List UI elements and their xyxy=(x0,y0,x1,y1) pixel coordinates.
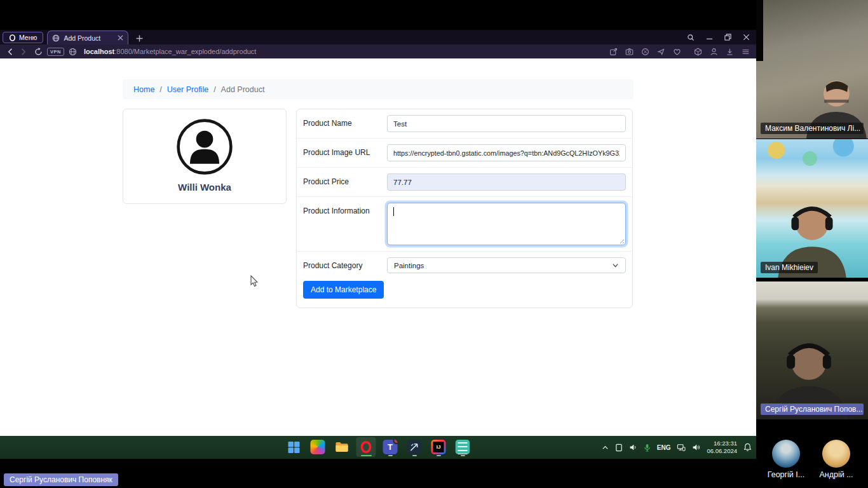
url-host: localhost xyxy=(84,48,114,55)
tray-device-icon[interactable] xyxy=(615,444,623,452)
breadcrumb-separator: / xyxy=(214,85,215,94)
tray-time: 16:23:31 xyxy=(707,440,737,447)
tray-network-icon[interactable] xyxy=(677,444,686,451)
tray-microphone-icon[interactable] xyxy=(644,444,651,452)
notepad-icon xyxy=(456,440,470,454)
audio-participants: Георгій І... Андрій ... xyxy=(756,419,868,488)
add-product-form: Product Name Product Image URL xyxy=(296,109,633,308)
start-button[interactable] xyxy=(284,437,304,457)
url-text[interactable]: localhost:8080/Marketplace_war_exploded/… xyxy=(84,48,257,55)
product-information-label: Product Information xyxy=(303,203,387,245)
participant-name-label-speaking: Сергій Русланович Попов... xyxy=(761,403,864,415)
text-caret xyxy=(393,207,394,216)
send-to-device-icon[interactable] xyxy=(657,48,665,56)
globe-favicon-icon xyxy=(52,34,60,42)
back-icon[interactable] xyxy=(6,48,15,56)
breadcrumb-current: Add Product xyxy=(221,85,265,94)
meeting-sidebar: Максим Валентинович Лі... Ivan Mikhieiev… xyxy=(756,0,868,488)
video-tile-2[interactable]: Ivan Mikhieiev xyxy=(756,139,868,278)
video-edge xyxy=(756,0,763,61)
close-window-icon[interactable] xyxy=(743,34,750,41)
chevron-down-icon xyxy=(612,262,619,269)
extensions-cube-icon[interactable] xyxy=(694,48,702,56)
tab-title: Add Product xyxy=(64,34,114,42)
downloads-icon[interactable] xyxy=(726,48,734,56)
tray-notification-bell-icon[interactable] xyxy=(743,443,752,452)
user-avatar-icon xyxy=(175,118,234,176)
share-page-icon[interactable] xyxy=(609,48,618,56)
teams-letter: T xyxy=(388,442,393,452)
search-icon[interactable] xyxy=(687,34,695,41)
url-path: :8080/Marketplace_war_exploded/addproduc… xyxy=(114,48,256,55)
product-image-url-label: Product Image URL xyxy=(303,144,387,161)
idea-letters: IJ xyxy=(433,442,444,452)
breadcrumb-home-link[interactable]: Home xyxy=(133,85,154,94)
tray-speaker-icon[interactable] xyxy=(629,444,637,451)
breadcrumb-separator: / xyxy=(159,85,161,94)
product-category-select[interactable]: Paintings xyxy=(387,257,626,273)
tray-chevron-up-icon[interactable] xyxy=(602,444,609,451)
restore-window-icon[interactable] xyxy=(724,34,731,41)
profile-person-icon[interactable] xyxy=(710,48,718,56)
textarea-resize-grip[interactable] xyxy=(618,238,624,243)
browser-tab-strip: Меню Add Product xyxy=(0,30,756,44)
teams-icon: T xyxy=(383,440,398,454)
snapshot-camera-icon[interactable] xyxy=(625,48,634,56)
bookmark-heart-icon[interactable] xyxy=(673,48,681,56)
tab-close-icon[interactable] xyxy=(118,35,123,41)
dev-app-icon xyxy=(407,440,422,454)
opera-icon xyxy=(360,440,373,454)
taskbar-app-colorful[interactable] xyxy=(308,437,328,457)
taskbar-file-explorer[interactable] xyxy=(332,437,352,457)
notification-badge xyxy=(393,440,398,444)
folder-icon xyxy=(335,440,349,454)
reload-icon[interactable] xyxy=(34,48,43,56)
participant-name-label: Ivan Mikhieiev xyxy=(761,262,818,273)
easy-setup-icon[interactable] xyxy=(742,48,750,56)
clock[interactable]: 16:23:31 06.06.2024 xyxy=(707,440,737,456)
minimize-icon[interactable] xyxy=(706,34,713,41)
taskbar-teams[interactable]: T xyxy=(381,437,400,457)
windows-taskbar: T IJ xyxy=(0,436,756,459)
forward-icon[interactable] xyxy=(19,48,27,56)
product-category-label: Product Category xyxy=(303,257,387,273)
presenter-name-label: Сергій Русланович Поповняк xyxy=(4,473,118,486)
new-tab-button[interactable] xyxy=(136,35,143,42)
language-indicator[interactable]: ENG xyxy=(657,444,671,451)
opera-menu-label: Меню xyxy=(19,34,37,41)
web-page: Home / User Profile / Add Product Willi … xyxy=(0,58,756,436)
tray-date: 06.06.2024 xyxy=(707,447,737,455)
video-tile-1[interactable]: Максим Валентинович Лі... xyxy=(756,0,868,139)
audio-participant-name: Андрій ... xyxy=(808,470,865,479)
taskbar-dev-app[interactable] xyxy=(405,437,424,457)
adblock-icon[interactable] xyxy=(641,48,649,56)
taskbar-opera[interactable] xyxy=(356,437,376,457)
vpn-badge[interactable]: VPN xyxy=(47,48,64,56)
add-to-marketplace-button[interactable]: Add to Marketplace xyxy=(303,281,384,299)
site-globe-icon[interactable] xyxy=(69,48,77,56)
video-tile-3[interactable]: Сергій Русланович Попов... xyxy=(756,281,868,419)
opera-logo-icon xyxy=(9,34,16,41)
opera-menu-button[interactable]: Меню xyxy=(3,32,43,43)
participant-avatar[interactable] xyxy=(822,440,850,468)
product-price-input[interactable] xyxy=(387,173,626,191)
product-name-input[interactable] xyxy=(387,115,626,132)
product-information-textarea[interactable] xyxy=(387,203,626,245)
browser-window: Меню Add Product xyxy=(0,30,756,436)
tab-add-product[interactable]: Add Product xyxy=(47,30,128,44)
windows-logo-icon xyxy=(287,441,300,454)
participant-name-label: Максим Валентинович Лі... xyxy=(761,123,864,134)
taskbar-intellij[interactable]: IJ xyxy=(429,437,449,457)
product-price-label: Product Price xyxy=(303,173,387,191)
product-category-value: Paintings xyxy=(394,262,424,269)
user-profile-card: Willi Wonka xyxy=(123,109,287,204)
product-image-url-input[interactable] xyxy=(387,144,626,161)
taskbar-notepad[interactable] xyxy=(453,437,473,457)
browser-address-bar: VPN localhost:8080/Marketplace_war_explo… xyxy=(0,44,756,58)
participant-avatar[interactable] xyxy=(772,440,800,468)
breadcrumb: Home / User Profile / Add Product xyxy=(123,79,634,99)
colorful-app-icon xyxy=(311,440,325,454)
tray-volume-icon[interactable] xyxy=(692,444,700,451)
audio-participant-name: Георгій І... xyxy=(757,470,815,479)
breadcrumb-user-profile-link[interactable]: User Profile xyxy=(167,85,208,94)
